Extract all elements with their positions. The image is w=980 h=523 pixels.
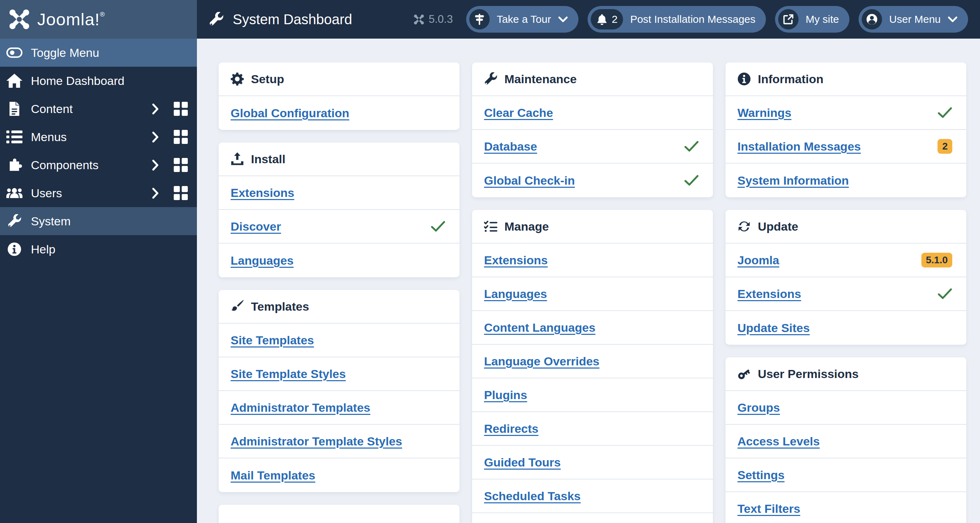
link-access-levels[interactable]: Access Levels: [737, 434, 819, 448]
gear-icon: [231, 72, 244, 86]
link-scheduled-tasks[interactable]: Scheduled Tasks: [484, 489, 581, 503]
link-language-overrides[interactable]: Language Overrides: [484, 354, 600, 368]
sidebar-item-label: Toggle Menu: [31, 46, 99, 60]
card-header: Install: [219, 143, 460, 176]
link-joomla[interactable]: Joomla: [737, 253, 779, 267]
pill-icon-bubble: 2: [591, 9, 624, 30]
wrench-icon: [6, 214, 22, 228]
link-site-template-styles[interactable]: Site Template Styles: [231, 367, 346, 381]
link-languages[interactable]: Languages: [231, 254, 293, 267]
link-content-languages[interactable]: Content Languages: [484, 321, 595, 334]
sidebar-item-help[interactable]: Help: [0, 235, 197, 263]
card-row: Database: [472, 130, 713, 164]
notification-count: 2: [612, 13, 618, 25]
dashboard-column: InformationWarningsInstallation Messages…: [725, 62, 966, 523]
sidebar-item-users[interactable]: Users: [0, 179, 197, 207]
card-row: Installation Messages2: [725, 130, 966, 164]
topbar: System Dashboard 5.0.3 Take a Tour2Post …: [197, 0, 980, 39]
link-clear-cache[interactable]: Clear Cache: [484, 106, 553, 120]
joomla-icon: [414, 14, 424, 25]
grid-icon[interactable]: [174, 186, 188, 200]
link-extensions[interactable]: Extensions: [737, 287, 801, 301]
chevron-right-icon[interactable]: [152, 103, 159, 115]
card-row: Text Filters: [725, 492, 966, 523]
card-row: Administrator Template Styles: [219, 425, 460, 458]
link-warnings[interactable]: Warnings: [737, 106, 792, 120]
info-icon: [737, 72, 751, 86]
card-row: Redirects: [472, 412, 713, 446]
card-row: Site Template Styles: [219, 357, 460, 391]
topbar-button-user-menu[interactable]: User Menu: [859, 6, 968, 33]
link-groups[interactable]: Groups: [737, 401, 780, 415]
link-site-templates[interactable]: Site Templates: [231, 334, 314, 347]
chevron-right-icon[interactable]: [152, 159, 159, 171]
chevron-right-icon[interactable]: [152, 131, 159, 143]
sidebar-item-toggle-menu[interactable]: Toggle Menu: [0, 39, 197, 67]
sidebar-item-label: Help: [31, 243, 56, 256]
link-installation-messages[interactable]: Installation Messages: [737, 140, 861, 153]
sidebar-item-label: Content: [31, 102, 73, 116]
grid-icon[interactable]: [174, 158, 188, 172]
brush-icon: [231, 300, 244, 313]
sidebar-item-controls: [152, 158, 188, 172]
topbar-button-label: Take a Tour: [497, 13, 551, 25]
link-languages[interactable]: Languages: [484, 287, 547, 301]
sidebar-item-content[interactable]: Content: [0, 95, 197, 123]
external-link-icon: [783, 14, 794, 25]
card-header: Update: [725, 210, 966, 243]
card-row: Scheduled Tasks: [472, 480, 713, 513]
sidebar-item-label: Components: [31, 158, 99, 172]
link-administrator-template-styles[interactable]: Administrator Template Styles: [231, 434, 402, 448]
card-row: Global Configuration: [219, 96, 460, 130]
card-maintenance: MaintenanceClear CacheDatabaseGlobal Che…: [472, 62, 713, 197]
logo-word: Joomla!: [37, 10, 100, 29]
count-badge: 2: [937, 139, 952, 154]
link-mail-templates[interactable]: Mail Templates: [231, 469, 315, 482]
grid-icon[interactable]: [174, 102, 188, 116]
sidebar-item-home-dashboard[interactable]: Home Dashboard: [0, 67, 197, 95]
sidebar-item-menus[interactable]: Menus: [0, 123, 197, 151]
card-header: Maintenance: [472, 62, 713, 96]
link-redirects[interactable]: Redirects: [484, 422, 538, 436]
key-icon: [737, 367, 751, 380]
link-discover[interactable]: Discover: [231, 220, 281, 234]
link-guided-tours[interactable]: Guided Tours: [484, 456, 560, 469]
link-database[interactable]: Database: [484, 140, 537, 153]
topbar-button-label: My site: [805, 13, 839, 25]
card-row: Groups: [725, 391, 966, 425]
link-administrator-templates[interactable]: Administrator Templates: [231, 401, 370, 415]
link-plugins[interactable]: Plugins: [484, 388, 527, 402]
topbar-button-my-site[interactable]: My site: [775, 6, 850, 33]
joomla-version: 5.0.3: [414, 13, 453, 25]
page-title-group: System Dashboard: [209, 11, 352, 27]
link-extensions[interactable]: Extensions: [231, 186, 294, 200]
sidebar-header: Joomla!®: [0, 0, 197, 39]
link-extensions[interactable]: Extensions: [484, 253, 547, 267]
link-text-filters[interactable]: Text Filters: [737, 502, 800, 516]
wrench-icon: [209, 12, 224, 27]
topbar-button-take-a-tour[interactable]: Take a Tour: [466, 6, 579, 33]
link-update-sites[interactable]: Update Sites: [737, 321, 810, 335]
link-system-information[interactable]: System Information: [737, 174, 849, 188]
sidebar-item-system[interactable]: System: [0, 207, 197, 235]
card-header: Manage: [472, 210, 713, 243]
sidebar-menu: Toggle MenuHome DashboardContentMenusCom…: [0, 39, 197, 263]
card-header: User Permissions: [725, 357, 966, 391]
grid-icon[interactable]: [174, 130, 188, 144]
chevron-right-icon[interactable]: [152, 188, 159, 199]
registered-mark: ®: [100, 11, 105, 18]
link-settings[interactable]: Settings: [737, 468, 784, 482]
sidebar-item-label: Home Dashboard: [31, 74, 124, 88]
card-row: Plugins: [472, 378, 713, 412]
card-row: Language Overrides: [472, 345, 713, 378]
card-title: Information: [758, 72, 824, 86]
card-templates: TemplatesSite TemplatesSite Template Sty…: [219, 290, 460, 492]
link-global-check-in[interactable]: Global Check-in: [484, 174, 575, 188]
topbar-button-post-installation-messages[interactable]: 2Post Installation Messages: [587, 6, 766, 33]
upload-icon: [231, 153, 244, 166]
user-circle-icon: [866, 14, 878, 25]
card-row: System Information: [725, 164, 966, 197]
card-row: Clear Cache: [472, 96, 713, 130]
sidebar-item-components[interactable]: Components: [0, 151, 197, 179]
link-global-configuration[interactable]: Global Configuration: [231, 107, 349, 120]
